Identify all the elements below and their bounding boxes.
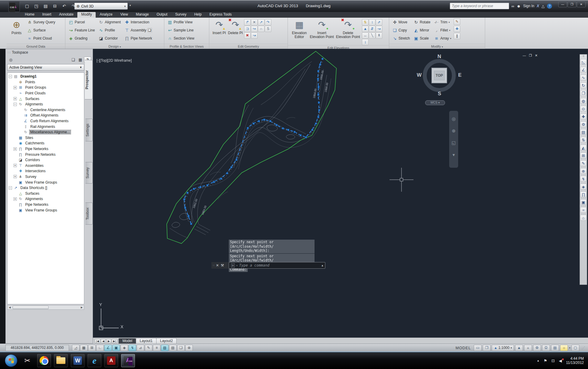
alignment-grip[interactable] bbox=[220, 178, 222, 180]
expand-toggle-icon[interactable]: − bbox=[13, 103, 17, 106]
geom-tool-8-icon[interactable]: S bbox=[265, 26, 271, 32]
expand-toggle-icon[interactable] bbox=[13, 181, 17, 184]
last-tab-button[interactable]: ▶| bbox=[112, 339, 117, 343]
tab-Insert[interactable]: Insert bbox=[38, 12, 55, 18]
tree-item[interactable]: +⊞Point Groups bbox=[7, 85, 84, 90]
search-icon[interactable]: ∞ bbox=[512, 4, 514, 8]
alignment-grip[interactable] bbox=[187, 192, 189, 194]
viewport-controls-label[interactable]: [-][Top][2D Wireframe] bbox=[97, 58, 132, 63]
angle-tool-icon[interactable]: ∠ bbox=[580, 67, 587, 73]
pan-icon[interactable]: ⊕ bbox=[452, 128, 456, 134]
move-button[interactable]: ✜Move bbox=[391, 19, 411, 26]
qat-overflow-icon[interactable]: ▾ bbox=[130, 4, 131, 7]
alignment-grip[interactable] bbox=[287, 129, 289, 131]
tree-item[interactable]: −▤Drawing1 bbox=[7, 74, 84, 79]
diamond-tool-icon[interactable]: ◈ bbox=[580, 184, 587, 190]
annotation-visibility-icon[interactable]: ▲ bbox=[515, 345, 523, 351]
expand-toggle-icon[interactable] bbox=[19, 125, 22, 128]
minimize-button[interactable]: — bbox=[558, 1, 567, 7]
maximize-button[interactable]: ❐ bbox=[568, 1, 576, 7]
insert-pi-button[interactable]: ↷▲Insert PI bbox=[211, 19, 227, 35]
elev-tool-9-icon[interactable]: ⇞ bbox=[376, 32, 382, 39]
orbit-icon[interactable]: ▾ bbox=[452, 152, 455, 158]
expand-toggle-icon[interactable]: + bbox=[13, 175, 17, 178]
steering-wheel-icon[interactable]: ◎ bbox=[452, 116, 455, 122]
tab-Manage[interactable]: Manage bbox=[132, 12, 153, 18]
workspace-selector[interactable]: ⚙ Civil 3D ▾ bbox=[74, 3, 128, 10]
expand-toggle-icon[interactable] bbox=[13, 203, 17, 206]
expand-toggle-icon[interactable]: − bbox=[9, 186, 12, 190]
zoom-extents-icon[interactable]: ◱ bbox=[452, 140, 456, 146]
alignment-grip[interactable] bbox=[317, 94, 319, 96]
sort-icon[interactable]: ⇅ bbox=[580, 137, 587, 143]
alignment-grip[interactable] bbox=[317, 116, 319, 118]
save-icon[interactable]: ▤ bbox=[42, 3, 49, 9]
array-flyout-icon[interactable]: ▾ bbox=[450, 37, 451, 40]
palette-tab-Toolbox[interactable]: Toolbox bbox=[85, 202, 93, 225]
alignment-grip[interactable] bbox=[317, 78, 319, 80]
expand-toggle-icon[interactable] bbox=[13, 192, 17, 195]
start-button[interactable] bbox=[5, 354, 17, 367]
recent-commands-icon[interactable]: ▾ bbox=[236, 264, 238, 267]
annotation-monitor-toggle[interactable]: ⊕ bbox=[185, 345, 193, 351]
model-space-button[interactable]: MODEL bbox=[454, 345, 473, 350]
elev-tool-3-icon[interactable]: ⇗ bbox=[376, 19, 382, 25]
expand-toggle-icon[interactable]: − bbox=[9, 75, 12, 78]
tab-Layout1[interactable]: Layout1 bbox=[136, 338, 157, 344]
expand-toggle-icon[interactable] bbox=[13, 92, 17, 95]
rotate-view-icon[interactable]: ↻ bbox=[580, 82, 587, 88]
elev-tool-6-icon[interactable]: ↝ bbox=[376, 26, 382, 32]
command-input[interactable]: > ▾ Type a command ▲ bbox=[229, 262, 325, 269]
alignment-grip[interactable] bbox=[318, 86, 320, 88]
ortho-mode-toggle[interactable]: ∟ bbox=[96, 345, 104, 351]
transparency-toggle[interactable]: ▨ bbox=[161, 345, 169, 351]
expand-toggle-icon[interactable]: + bbox=[13, 197, 17, 201]
object-snap-tracking-toggle[interactable]: ↯ bbox=[129, 345, 136, 351]
curve-tool-icon[interactable]: ∿ bbox=[580, 75, 587, 81]
sign-in-button[interactable]: Sign In bbox=[523, 4, 534, 8]
model-space[interactable]: X Y bbox=[93, 49, 588, 338]
layers-icon[interactable]: ▤ bbox=[580, 129, 587, 135]
intersection-button[interactable]: ✚Intersection bbox=[123, 19, 153, 26]
viewcube[interactable]: N S W E TOP bbox=[420, 55, 459, 100]
network-icon[interactable]: ⊡ bbox=[551, 359, 555, 363]
close-icon[interactable]: ✕ bbox=[216, 263, 219, 267]
expand-toggle-icon[interactable] bbox=[13, 170, 17, 173]
restore-button[interactable]: ❐ bbox=[529, 54, 532, 58]
settings-icon[interactable]: ⚙ bbox=[580, 121, 587, 127]
navigation-bar[interactable]: ◎⊕◱▾ bbox=[449, 111, 458, 168]
taskbar-chrome[interactable] bbox=[37, 354, 51, 367]
surface-button[interactable]: △Surface bbox=[26, 27, 56, 34]
tab-Help[interactable]: Help bbox=[190, 12, 206, 18]
infocenter-search-input[interactable]: Type a keyword or phrase bbox=[450, 3, 509, 9]
trim-flyout-icon[interactable]: ▾ bbox=[449, 21, 450, 24]
panel-label[interactable]: Design ▾ bbox=[65, 44, 164, 49]
copy-tool-icon[interactable]: ❐ bbox=[580, 90, 587, 96]
tree-item[interactable]: +∏Pipe Networks bbox=[7, 146, 84, 152]
expand-toggle-icon[interactable]: + bbox=[13, 147, 17, 151]
delete-pi-button[interactable]: ↷▲✖Delete PI bbox=[227, 19, 243, 35]
panel-label[interactable]: Edit Geometry bbox=[209, 44, 288, 49]
snap-mode-toggle[interactable]: ▦ bbox=[80, 345, 88, 351]
geom-tool-2-icon[interactable]: ✕ bbox=[251, 19, 258, 25]
parcel-boundary[interactable] bbox=[167, 51, 336, 244]
alignment-grip[interactable] bbox=[321, 58, 324, 60]
quick-properties-toggle[interactable]: ▤ bbox=[169, 345, 177, 351]
profile-view-button[interactable]: ▥Profile View bbox=[166, 19, 196, 26]
point-cloud-button[interactable]: ≈Point Cloud bbox=[26, 35, 56, 42]
isolate-objects-bulb-icon[interactable]: ☼ bbox=[560, 345, 568, 351]
expand-history-icon[interactable]: ▲ bbox=[322, 264, 323, 267]
tree-item[interactable]: ⇉Offset Alignments bbox=[7, 113, 84, 118]
alignment-grip[interactable] bbox=[206, 184, 208, 186]
alignment-grip[interactable] bbox=[247, 127, 249, 129]
trim-button[interactable]: -/··Trim▾ bbox=[433, 19, 452, 26]
object-snap-toggle[interactable]: ▣ bbox=[112, 345, 120, 351]
lineweight-toggle[interactable]: ≡ bbox=[153, 345, 160, 351]
taskbar-adobe-reader[interactable]: A bbox=[104, 354, 118, 367]
tree-item[interactable]: ≈Point Clouds bbox=[7, 90, 84, 96]
alignment-grip[interactable] bbox=[230, 166, 232, 168]
geom-tool-3-icon[interactable]: ↗ bbox=[258, 19, 264, 25]
geom-tool-6-icon[interactable]: ↪ bbox=[251, 26, 258, 32]
taskbar-civil3d[interactable]: AC3D bbox=[121, 354, 135, 367]
compass-north[interactable]: N bbox=[437, 54, 441, 60]
